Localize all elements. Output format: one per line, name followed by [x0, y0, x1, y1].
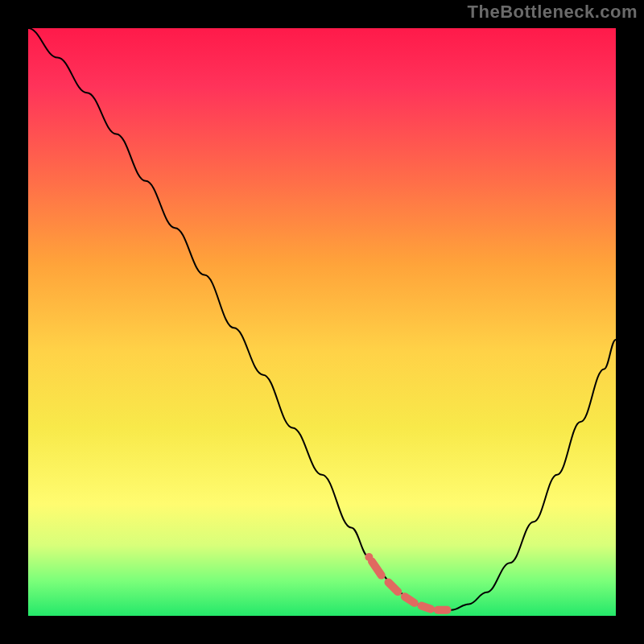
- plot-area: [28, 28, 616, 616]
- optimal-dash-seg: [372, 562, 382, 576]
- bottleneck-curve: [28, 28, 616, 610]
- curve-svg: [28, 28, 616, 616]
- chart-stage: TheBottleneck.com: [0, 0, 644, 644]
- optimal-range-marker: [365, 553, 447, 610]
- optimal-dash-seg: [389, 582, 398, 592]
- optimal-dash-seg: [421, 606, 431, 609]
- optimal-start-dot: [365, 553, 373, 561]
- optimal-dash-seg: [405, 597, 415, 603]
- watermark-text: TheBottleneck.com: [468, 3, 638, 21]
